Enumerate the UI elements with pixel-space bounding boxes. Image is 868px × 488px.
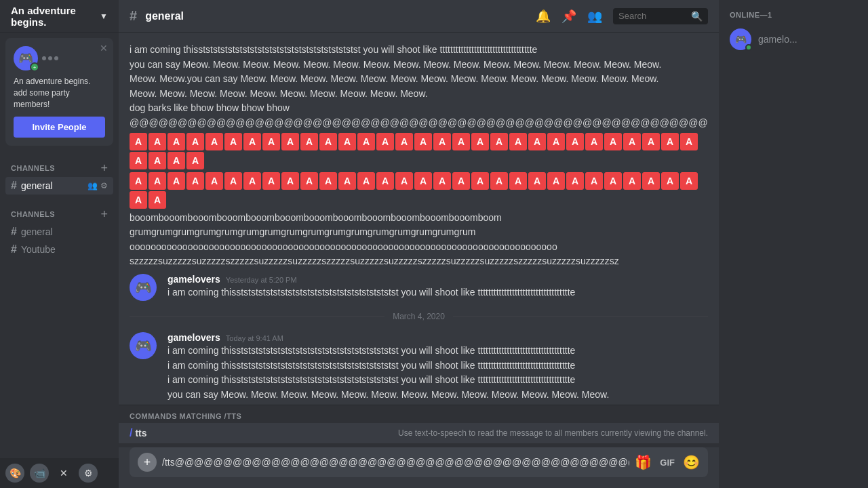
letter-block: A <box>452 133 470 150</box>
message-text: i am coming thisstststststststststststst… <box>167 359 708 373</box>
message-timestamp: Today at 9:41 AM <box>226 334 283 342</box>
message-text: Meow. Meow. Meow. Meow. Meow. Meow. Meow… <box>130 87 708 101</box>
letter-block: A <box>395 172 413 190</box>
pin-icon[interactable]: 📌 <box>561 9 576 24</box>
message-group: 🎮 gamelovers Today at 9:41 AM i am comin… <box>130 332 708 403</box>
channel-settings-icon[interactable]: 👥 <box>87 181 98 190</box>
close-icon[interactable]: ✕ <box>54 464 73 483</box>
letter-block: A <box>414 133 432 150</box>
letter-block: A <box>130 172 147 190</box>
channel-item-general-2[interactable]: # general <box>5 223 113 241</box>
letter-block: A <box>528 172 546 190</box>
hash-icon-3: # <box>11 243 17 256</box>
add-voice-channel-icon[interactable]: + <box>100 208 108 220</box>
letter-block: A <box>604 133 622 150</box>
letter-block: A <box>300 133 318 150</box>
letter-block: A <box>528 133 546 150</box>
members-icon[interactable]: 👥 <box>587 9 602 24</box>
letter-block: A <box>357 133 375 150</box>
message-text: oooooooooooooooooooooooooooooooooooooooo… <box>130 241 708 254</box>
letter-block: A <box>680 133 698 150</box>
message-text: i am coming thisstststststststststststst… <box>167 373 708 387</box>
separator-line <box>453 316 708 317</box>
hash-icon-2: # <box>11 226 17 238</box>
search-box[interactable]: 🔍 <box>613 8 708 24</box>
avatar: 🎮 <box>130 332 157 359</box>
letter-block: A <box>300 172 318 190</box>
letter-block: A <box>471 172 489 190</box>
letter-block: A <box>376 172 394 190</box>
main-content: # general 🔔 📌 👥 🔍 i am coming thisststst… <box>119 0 719 488</box>
emoji-icon[interactable]: 😊 <box>683 454 700 470</box>
channel-header-icons: 🔔 📌 👥 🔍 <box>536 8 708 24</box>
video-icon[interactable]: 📹 <box>30 464 49 483</box>
voice-channels-header: CHANNELS + <box>5 208 113 220</box>
discord-logo-icon: 🎮 <box>135 279 152 296</box>
letter-block: A <box>433 133 451 150</box>
gift-icon[interactable]: 🎁 <box>635 454 652 470</box>
letter-block: A <box>604 172 622 190</box>
invite-people-button[interactable]: Invite People <box>14 117 105 138</box>
letter-block: A <box>452 172 470 190</box>
avatar: 🎮 + <box>14 46 38 70</box>
search-input[interactable] <box>618 11 687 21</box>
letter-block: A <box>357 172 375 190</box>
letter-block: A <box>661 133 679 150</box>
channel-name: general <box>21 180 53 191</box>
slash-icon: / <box>130 427 132 439</box>
text-channels-section: CHANNELS + # general 👥 ⚙ <box>0 151 119 197</box>
message-header: gamelovers Yesterday at 5:20 PM <box>167 274 708 285</box>
channel-item-general-1[interactable]: # general 👥 ⚙ <box>5 177 113 195</box>
letter-block: A <box>490 172 508 190</box>
server-name: An adventure begins. <box>11 5 100 28</box>
dot-3 <box>54 56 58 60</box>
letter-block: A <box>281 172 299 190</box>
message-text: you can say Meow. Meow. Meow. Meow. Meow… <box>167 388 708 402</box>
right-sidebar: ONLINE—1 🎮 gamelo... <box>719 0 868 488</box>
channels-header: CHANNELS + <box>5 162 113 174</box>
letter-block: A <box>167 133 185 150</box>
letter-block: A <box>566 172 584 190</box>
message-text: grumgrumgrumgrumgrumgrumgrumgrumgrumgrum… <box>130 226 708 239</box>
letter-block: A <box>186 172 204 190</box>
command-item-tts[interactable]: / tts Use text-to-speech to read the mes… <box>119 423 719 443</box>
bell-icon[interactable]: 🔔 <box>536 9 551 24</box>
letter-block: A <box>167 152 185 169</box>
paintbrush-icon[interactable]: 🎨 <box>5 464 24 483</box>
channel-gear-icon[interactable]: ⚙ <box>100 181 108 190</box>
party-text: An adventure begins. add some party memb… <box>14 76 105 110</box>
letter-block: A <box>205 172 223 190</box>
search-icon: 🔍 <box>691 11 703 22</box>
letter-block: A <box>167 172 185 190</box>
letter-block: A <box>130 191 147 209</box>
channel-header: # general 🔔 📌 👥 🔍 <box>119 0 719 33</box>
sidebar-bottom: 🎨 📹 ✕ ⚙ <box>0 458 119 488</box>
date-separator-text: March 4, 2020 <box>393 312 445 321</box>
member-item[interactable]: 🎮 gamelo... <box>724 24 863 54</box>
letter-block: A <box>149 172 166 190</box>
server-header[interactable]: An adventure begins. ▼ <box>0 0 119 33</box>
letter-block: A <box>509 172 527 190</box>
add-channel-icon[interactable]: + <box>100 162 108 174</box>
separator-line <box>130 316 384 317</box>
letter-block: A <box>205 133 223 150</box>
input-area: + 🎁 GIF 😊 <box>119 447 719 488</box>
hash-icon: # <box>11 180 17 192</box>
channel-item-youtube[interactable]: # Youtube <box>5 241 113 258</box>
message-text: i am coming thisstststststststststststst… <box>167 286 708 300</box>
gif-button[interactable]: GIF <box>660 458 675 468</box>
letter-block: A <box>547 172 565 190</box>
online-header: ONLINE—1 <box>724 11 863 19</box>
add-attachment-button[interactable]: + <box>138 453 157 472</box>
messages-area[interactable]: i am coming thisstststststststststststst… <box>119 33 719 405</box>
settings-icon[interactable]: ⚙ <box>79 464 98 483</box>
message-text: Meow. Meow.you can say Meow. Meow. Meow.… <box>130 73 708 86</box>
chevron-down-icon: ▼ <box>100 12 108 21</box>
letter-block: A <box>395 133 413 150</box>
message-input[interactable] <box>162 457 629 468</box>
close-popup-icon[interactable]: ✕ <box>100 43 108 53</box>
voice-channels-label: CHANNELS <box>11 210 55 218</box>
letter-block: A <box>490 133 508 150</box>
member-avatar-icon: 🎮 <box>735 34 747 45</box>
letter-block: A <box>585 172 603 190</box>
